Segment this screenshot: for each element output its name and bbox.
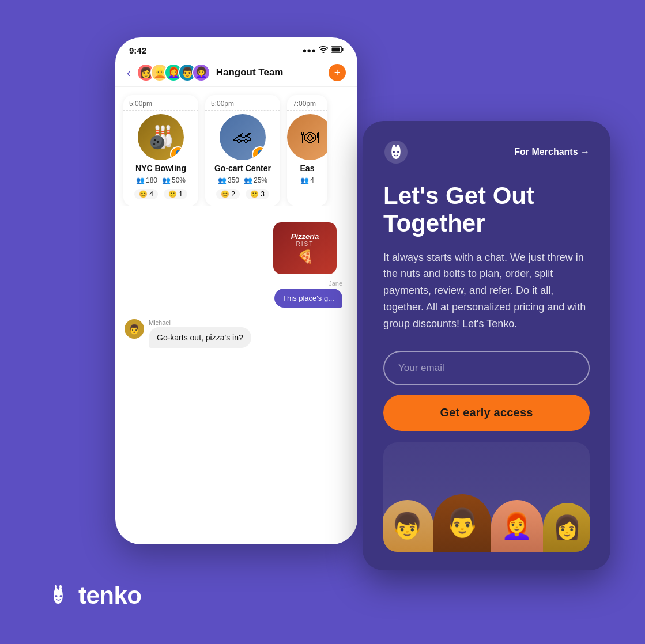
- michael-message-container: 👨 Michael Go-karts out, pizza's in?: [125, 319, 348, 348]
- chat-header: ‹ 👩 👱 👩‍🦰 👨 👩‍🦱 Hangout Team +: [115, 59, 357, 87]
- person-1: 👦: [383, 500, 433, 552]
- activity-reactions-2: 😊 2 😕 3: [205, 189, 280, 199]
- battery-icon: [331, 46, 344, 55]
- activity-name-2: Go-cart Center: [205, 164, 280, 175]
- avatar-5: 👩‍🦱: [192, 63, 210, 82]
- people-group: 👦 👨 👩‍🦰 👩: [383, 494, 590, 552]
- activity-name-1: NYC Bowling: [123, 164, 198, 175]
- svg-rect-2: [332, 48, 340, 52]
- email-input-wrapper: [383, 351, 590, 385]
- right-card-header: For Merchants →: [383, 139, 590, 165]
- activity-time-3: 7:00pm: [287, 95, 327, 111]
- michael-avatar: 👨: [125, 319, 144, 339]
- for-merchants-link[interactable]: For Merchants →: [514, 147, 590, 157]
- svg-point-6: [55, 595, 58, 597]
- activity-time-2: 5:00pm: [205, 95, 280, 111]
- activity-stats-1: 👥180 👥50%: [123, 175, 198, 185]
- person-2: 👨: [433, 494, 491, 552]
- jane-bubble: This place's g...: [274, 289, 342, 308]
- svg-point-7: [60, 595, 62, 597]
- wifi-icon: [319, 46, 328, 55]
- bowling-image: 🎳 👤: [138, 114, 184, 160]
- michael-name: Michael: [149, 319, 251, 326]
- activity-card-bowling[interactable]: 5:00pm 🎳 👤 NYC Bowling 👥180 👥50% 😊 4 😕 1: [123, 95, 198, 206]
- right-card: For Merchants → Let's Get Out Together I…: [363, 121, 610, 570]
- activities-row: 5:00pm 🎳 👤 NYC Bowling 👥180 👥50% 😊 4 😕 1…: [115, 87, 357, 206]
- get-early-access-button[interactable]: Get early access: [383, 395, 590, 431]
- add-member-button[interactable]: +: [329, 64, 346, 81]
- tenko-logo: tenko: [46, 582, 142, 609]
- tenko-mascot-icon: [383, 139, 409, 165]
- chat-area: Pizzeria RIST 🍕 Jane This place's g... 👨…: [115, 211, 357, 348]
- jane-name: Jane: [329, 280, 342, 287]
- status-time: 9:42: [129, 46, 146, 55]
- activity-card-gocart[interactable]: 5:00pm 🏎 👤 Go-cart Center 👥350 👥25% 😊 2 …: [205, 95, 280, 206]
- person-4: 👩: [543, 503, 590, 552]
- gocart-image: 🏎 👤: [220, 114, 266, 160]
- avatar-group: 👩 👱 👩‍🦰 👨 👩‍🦱: [137, 63, 210, 82]
- activity-stats-2: 👥350 👥25%: [205, 175, 280, 185]
- status-bar: 9:42 ●●●: [115, 37, 357, 59]
- activity-time-1: 5:00pm: [123, 95, 198, 111]
- activity-reactions-1: 😊 4 😕 1: [123, 189, 198, 199]
- back-button[interactable]: ‹: [127, 66, 131, 79]
- activity-card-east[interactable]: 7:00pm 🍽 Eas 👥4: [287, 95, 327, 206]
- activity-stats-3: 👥4: [287, 175, 327, 185]
- activity-name-3: Eas: [287, 164, 327, 175]
- group-name: Hangout Team: [216, 67, 323, 78]
- email-input[interactable]: [383, 351, 590, 385]
- phone-mockup-back: 9:42 ●●● ‹ 👩 👱 👩‍🦰 👨 👩‍🦱 Hangout Team + …: [115, 37, 357, 544]
- signal-icon: ●●●: [302, 46, 316, 55]
- jane-message-container: Jane This place's g...: [125, 280, 348, 308]
- svg-point-5: [397, 151, 399, 153]
- right-card-title: Let's Get Out Together: [383, 182, 590, 238]
- tenko-logo-text: tenko: [78, 582, 142, 609]
- svg-rect-1: [342, 48, 344, 51]
- status-icons: ●●●: [302, 46, 344, 55]
- svg-point-4: [393, 151, 395, 153]
- right-card-description: It always starts with a chat. We just th…: [383, 249, 590, 332]
- pizzeria-sub: RIST: [296, 241, 314, 247]
- east-image: 🍽: [287, 114, 327, 160]
- michael-bubble-content: Michael Go-karts out, pizza's in?: [149, 319, 251, 348]
- pizzeria-card: Pizzeria RIST 🍕: [273, 222, 337, 274]
- michael-bubble: Go-karts out, pizza's in?: [149, 327, 251, 348]
- tenko-logo-icon: [46, 583, 71, 608]
- bottom-photo-area: 👦 👨 👩‍🦰 👩: [383, 442, 590, 552]
- pizzeria-name: Pizzeria: [291, 232, 319, 241]
- person-3: 👩‍🦰: [491, 500, 543, 552]
